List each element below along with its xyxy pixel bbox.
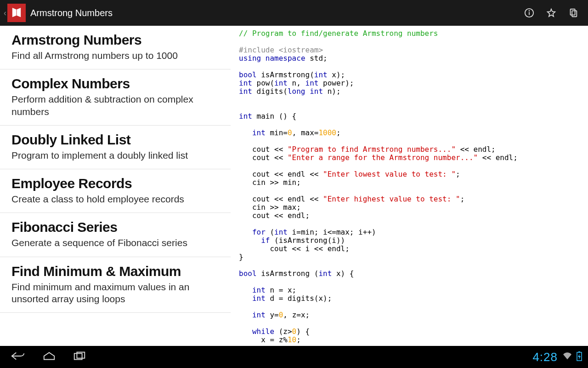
app-logo-icon[interactable] [7, 4, 26, 22]
copy-button[interactable] [562, 2, 584, 24]
svg-rect-8 [578, 351, 580, 352]
page-title: Armstrong Numbers [30, 8, 113, 18]
list-item[interactable]: Find Minimum & Maximum Find minimum and … [0, 257, 231, 313]
home-icon[interactable] [42, 351, 56, 363]
item-title: Complex Numbers [11, 76, 219, 92]
item-title: Doubly Linked List [11, 132, 219, 148]
favorite-button[interactable] [540, 2, 562, 24]
svg-rect-3 [571, 9, 575, 15]
code-comment: // Program to find/generate Armstrong nu… [239, 29, 438, 38]
svg-rect-4 [572, 11, 577, 17]
item-subtitle: Program to implement a doubly linked lis… [11, 150, 219, 161]
info-button[interactable] [518, 2, 540, 24]
list-item[interactable]: Employee Records Create a class to hold … [0, 169, 231, 213]
code-include: #include <iostream> [239, 46, 323, 54]
status-clock: 4:28 [532, 350, 558, 364]
app-bar: ‹ Armstrong Numbers [0, 0, 588, 26]
code-viewer[interactable]: // Program to find/generate Armstrong nu… [231, 26, 588, 346]
battery-icon [576, 351, 582, 363]
item-subtitle: Create a class to hold employee records [11, 193, 219, 205]
item-title: Find Minimum & Maximum [11, 264, 219, 279]
item-title: Armstrong Numbers [11, 32, 219, 48]
program-list[interactable]: Armstrong Numbers Find all Armstrong num… [0, 26, 231, 346]
list-item[interactable]: Fibonacci Series Generate a sequence of … [0, 213, 231, 257]
item-subtitle: Generate a sequence of Fibonacci series [11, 237, 219, 249]
item-subtitle: Find minimum and maximum values in an un… [11, 281, 219, 305]
wifi-icon [562, 352, 572, 362]
item-subtitle: Find all Armstrong numbers up to 1000 [11, 50, 219, 62]
system-nav-bar: 4:28 [0, 346, 588, 368]
back-icon[interactable] [10, 351, 26, 363]
list-item[interactable]: Doubly Linked List Program to implement … [0, 126, 231, 169]
item-title: Fibonacci Series [11, 219, 219, 235]
list-item[interactable]: Armstrong Numbers Find all Armstrong num… [0, 26, 231, 69]
back-caret-icon[interactable]: ‹ [4, 8, 6, 18]
item-title: Employee Records [11, 176, 219, 191]
item-subtitle: Perform addition & subtraction on comple… [11, 93, 219, 118]
recents-icon[interactable] [73, 351, 86, 363]
svg-point-2 [529, 11, 530, 11]
list-item[interactable]: Complex Numbers Perform addition & subtr… [0, 69, 231, 126]
